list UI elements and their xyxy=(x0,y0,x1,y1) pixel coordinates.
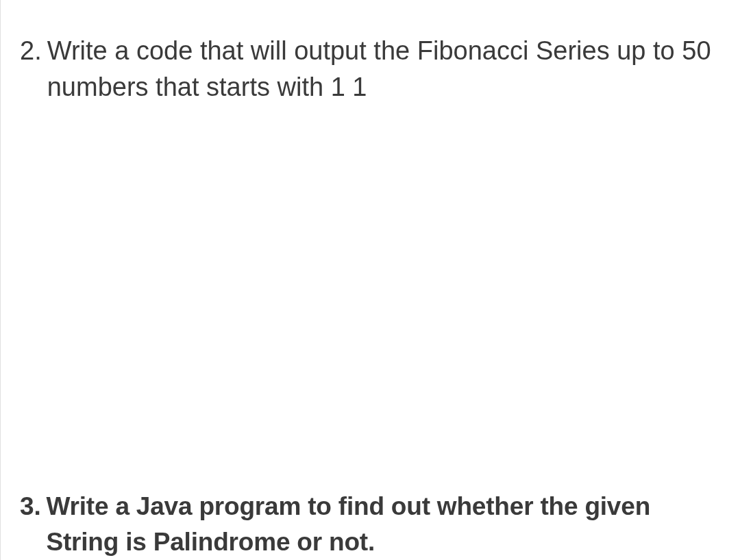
question-item-3: 3. Write a Java program to find out whet… xyxy=(20,489,721,560)
question-text: Write a code that will output the Fibona… xyxy=(47,33,721,105)
question-item-2: 2. Write a code that will output the Fib… xyxy=(20,33,721,105)
question-number: 3. xyxy=(20,489,40,524)
question-text: Write a Java program to find out whether… xyxy=(46,489,721,560)
question-number: 2. xyxy=(20,33,42,69)
document-content: 2. Write a code that will output the Fib… xyxy=(0,0,740,560)
